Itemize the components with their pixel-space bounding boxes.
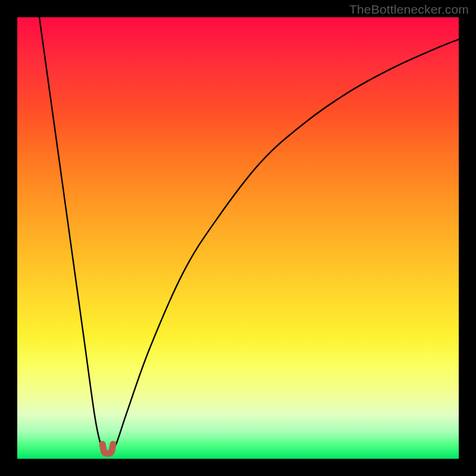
watermark-text: TheBottlenecker.com <box>349 2 469 17</box>
chart-svg <box>17 17 459 459</box>
plot-area <box>17 17 459 459</box>
u-marker <box>102 444 113 454</box>
curve-line <box>39 17 459 453</box>
